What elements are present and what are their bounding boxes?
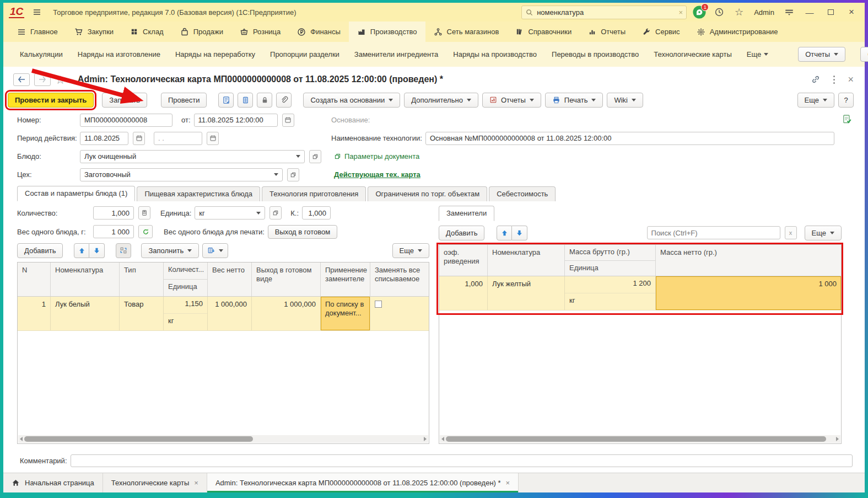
current-user-label[interactable]: Admin [752, 8, 777, 17]
number-field[interactable]: МП0000000000008 [80, 114, 172, 127]
menu-item-service[interactable]: Сервис [634, 22, 688, 42]
document-parameters-link[interactable]: Параметры документа [334, 152, 419, 160]
period-from-calendar-icon[interactable] [133, 132, 145, 145]
form-more-button[interactable]: Еще [797, 93, 834, 108]
tab-composition[interactable]: Состав и параметры блюда (1) [17, 186, 135, 201]
dish-dropdown-icon[interactable] [296, 155, 300, 158]
col-replace-all[interactable]: Заменять все списываемое [370, 263, 429, 296]
more-dots-icon[interactable] [833, 75, 835, 84]
submenu-link-transfers-to-production[interactable]: Переводы в производство [552, 50, 639, 58]
menu-item-chain-stores[interactable]: Сеть магазинов [425, 22, 508, 42]
cell-gross-mass[interactable]: 1 200 [565, 276, 655, 293]
cell-nomenclature[interactable]: Лук желтый [488, 276, 565, 310]
scroll-thumb[interactable] [446, 436, 826, 442]
clear-search-icon[interactable]: × [679, 8, 683, 17]
forward-button[interactable] [34, 73, 51, 86]
swap-rows-button[interactable] [116, 243, 131, 258]
substitutes-search-input[interactable] [651, 229, 776, 237]
fill-button[interactable]: Заполнить [141, 243, 199, 258]
scroll-left-icon[interactable] [20, 437, 23, 441]
submenu-link-manufacture-orders[interactable]: Наряды на изготовление [78, 50, 160, 58]
scroll-right-icon[interactable] [424, 437, 427, 441]
menu-item-finance[interactable]: Финансы [289, 22, 349, 42]
date-calendar-icon[interactable] [282, 114, 294, 127]
col-unit[interactable]: Единица [164, 280, 207, 296]
posting-icon-button[interactable] [218, 93, 234, 108]
submenu-link-tech-cards[interactable]: Технологические карты [654, 50, 731, 58]
reports-dropdown-button[interactable]: Отчеты [482, 93, 541, 108]
date-field[interactable]: 11.08.2025 12:00:00 [194, 114, 278, 127]
col-gross-mass[interactable]: Масса брутто (гр.) [565, 245, 655, 261]
cell-output[interactable]: 1 000,000 [252, 297, 321, 330]
unit-field[interactable]: кг [195, 206, 265, 219]
back-button[interactable] [13, 73, 30, 86]
k-field[interactable]: 1,000 [302, 206, 331, 219]
menu-item-main[interactable]: Главное [9, 22, 66, 42]
wiki-button[interactable]: Wiki [607, 93, 643, 108]
submenu-link-cutting-proportions[interactable]: Пропорции разделки [270, 50, 339, 58]
col-nomenclature[interactable]: Номенклатура [488, 245, 565, 276]
submenu-link-calculations[interactable]: Калькуляции [20, 50, 63, 58]
col-nomenclature[interactable]: Номенклатура [51, 263, 120, 296]
period-to-calendar-icon[interactable] [207, 132, 219, 145]
col-quantity-unit[interactable]: Количест... Единица [164, 263, 208, 296]
bottom-tab-home[interactable]: Начальная страница [3, 473, 103, 492]
move-up-button[interactable] [74, 243, 89, 258]
col-n[interactable]: N [18, 263, 51, 296]
substitutes-add-button[interactable]: Добавить [439, 226, 484, 240]
composition-hscrollbar[interactable] [18, 435, 428, 443]
workshop-field[interactable]: Заготовочный [80, 168, 283, 181]
quantity-field[interactable]: 1,000 [93, 206, 134, 219]
cell-substitute-use[interactable]: По списку в документ... [321, 297, 370, 330]
unit-dropdown-icon[interactable] [256, 212, 261, 215]
cell-net-mass[interactable]: 1 000 [656, 276, 841, 310]
col-type[interactable]: Тип [120, 263, 164, 296]
cell-gross-unit[interactable]: 1 200 кг [565, 276, 656, 310]
refresh-icon[interactable] [138, 225, 153, 238]
cell-quantity-unit[interactable]: 1,150 кг [164, 297, 208, 330]
col-coefficient[interactable]: оэф. риведения [439, 245, 488, 276]
period-from-field[interactable]: 11.08.2025 [80, 132, 128, 145]
print-weight-mode-button[interactable]: Выход в готовом [268, 225, 337, 239]
submenu-more-button[interactable]: Еще [747, 50, 768, 58]
cell-unit[interactable]: кг [565, 293, 655, 310]
menu-item-warehouse[interactable]: Склад [122, 22, 172, 42]
favorite-star-icon[interactable]: ☆ [55, 74, 66, 85]
close-tab-icon[interactable]: × [194, 479, 198, 487]
menu-item-references[interactable]: Справочники [507, 22, 580, 42]
col-net-mass[interactable]: Масса нетто (гр.) [656, 245, 841, 276]
col-substitute-use[interactable]: Применение заменителе [321, 263, 370, 296]
col-gross-unit[interactable]: Масса брутто (гр.) Единица [565, 245, 656, 276]
menu-item-production[interactable]: Производство [349, 22, 425, 42]
lock-icon-button[interactable] [257, 93, 272, 108]
attachments-icon-button[interactable] [276, 93, 292, 108]
substitutes-search-box[interactable] [647, 226, 780, 239]
document-check-icon[interactable] [842, 114, 852, 124]
menu-item-reports[interactable]: Отчеты [580, 22, 634, 42]
global-search-input[interactable] [537, 8, 675, 17]
workshop-open-icon[interactable] [287, 168, 299, 181]
period-to-field[interactable]: . . [154, 132, 202, 145]
minimize-button[interactable]: — [802, 6, 817, 19]
active-tech-card-link[interactable]: Действующая тех. карта [334, 170, 420, 179]
global-search-box[interactable]: × [521, 6, 687, 19]
bottom-tab-current-document[interactable]: Admin: Технологическая карта МП000000000… [207, 473, 519, 492]
substitutes-hscrollbar[interactable] [440, 435, 840, 443]
close-document-icon[interactable]: × [848, 74, 854, 85]
scroll-left-icon[interactable] [441, 437, 444, 441]
document-structure-icon-button[interactable] [238, 93, 253, 108]
submenu-reports-button[interactable]: Отчеты [798, 47, 845, 62]
submenu-link-ingredient-substitutes[interactable]: Заменители ингредиента [354, 50, 438, 58]
calculator-icon[interactable] [138, 206, 150, 219]
tab-substitutes[interactable]: Заменители [439, 206, 494, 221]
scroll-right-icon[interactable] [836, 437, 839, 441]
substitutes-table-row[interactable]: 1,000 Лук желтый 1 200 кг 1 000 [439, 276, 841, 310]
menu-item-administration[interactable]: Администрирование [688, 22, 786, 42]
cell-type[interactable]: Товар [120, 297, 164, 330]
col-net-weight[interactable]: Вес нетто [208, 263, 252, 296]
help-button[interactable]: ? [838, 93, 854, 108]
print-dropdown-button[interactable]: Печать [545, 93, 603, 108]
close-tab-icon[interactable]: × [506, 479, 510, 487]
scroll-thumb[interactable] [24, 436, 253, 442]
col-quantity[interactable]: Количест... [164, 263, 207, 280]
